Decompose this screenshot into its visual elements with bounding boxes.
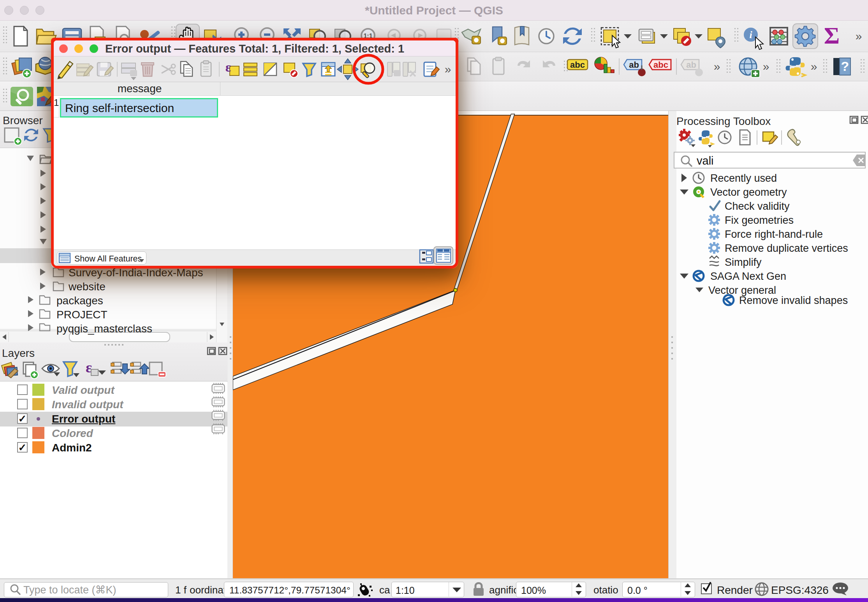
svg-text:abc: abc xyxy=(570,60,585,70)
svg-text:»: » xyxy=(714,60,720,73)
svg-text:»: » xyxy=(445,63,451,75)
svg-text:abc: abc xyxy=(653,60,668,70)
svg-text:Σ: Σ xyxy=(824,22,840,49)
svg-text:i: i xyxy=(749,29,752,40)
svg-text:ab: ab xyxy=(629,60,639,70)
svg-text:ab: ab xyxy=(686,60,696,70)
svg-text:»: » xyxy=(763,60,769,73)
svg-text:»: » xyxy=(811,60,817,73)
svg-text:?: ? xyxy=(841,59,849,74)
svg-text:»: » xyxy=(856,30,862,42)
svg-text:ε: ε xyxy=(225,60,231,74)
